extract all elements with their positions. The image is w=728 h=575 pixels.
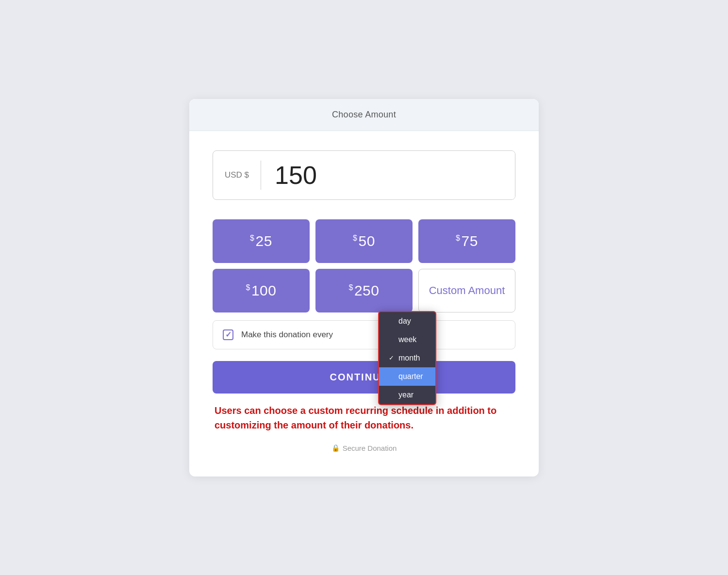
- lock-icon: 🔒: [331, 444, 340, 452]
- check-month: ✓: [389, 354, 396, 361]
- currency-label: USD $: [213, 161, 261, 190]
- secure-label: Secure Donation: [343, 444, 397, 452]
- preset-50-button[interactable]: $50: [315, 219, 413, 263]
- page-title: Choose Amount: [332, 110, 396, 119]
- checkmark-icon: ✓: [225, 330, 232, 339]
- presets-grid: $25 $50 $75 $100 $250 Custom Amount: [213, 219, 515, 312]
- amount-input[interactable]: [261, 151, 515, 199]
- preset-25-button[interactable]: $25: [213, 219, 310, 263]
- dropdown-item-month[interactable]: ✓ month: [379, 349, 435, 367]
- frequency-dropdown[interactable]: day week ✓ month quarter year: [378, 311, 436, 405]
- card-body: USD $ $25 $50 $75 $100 $250 Custom Amoun…: [189, 131, 539, 476]
- continue-button[interactable]: CONTINUE ›: [213, 361, 515, 394]
- amount-input-row: USD $: [213, 150, 515, 200]
- recurring-label: Make this donation every: [241, 330, 333, 340]
- dropdown-item-quarter[interactable]: quarter: [379, 367, 435, 386]
- preset-75-button[interactable]: $75: [418, 219, 515, 263]
- custom-amount-button[interactable]: Custom Amount: [418, 269, 515, 312]
- recurring-checkbox[interactable]: ✓: [223, 329, 233, 340]
- card-header: Choose Amount: [189, 99, 539, 131]
- dropdown-item-week[interactable]: week: [379, 330, 435, 349]
- preset-250-button[interactable]: $250: [315, 269, 413, 312]
- dropdown-item-year[interactable]: year: [379, 386, 435, 404]
- donation-card: Choose Amount USD $ $25 $50 $75 $100 $25…: [189, 99, 539, 476]
- recurring-row: ✓ Make this donation every day week ✓ mo…: [213, 320, 515, 349]
- preset-100-button[interactable]: $100: [213, 269, 310, 312]
- annotation-text: Users can choose a custom recurring sche…: [213, 403, 515, 432]
- dropdown-item-day[interactable]: day: [379, 312, 435, 330]
- secure-footer: 🔒 Secure Donation: [213, 444, 515, 462]
